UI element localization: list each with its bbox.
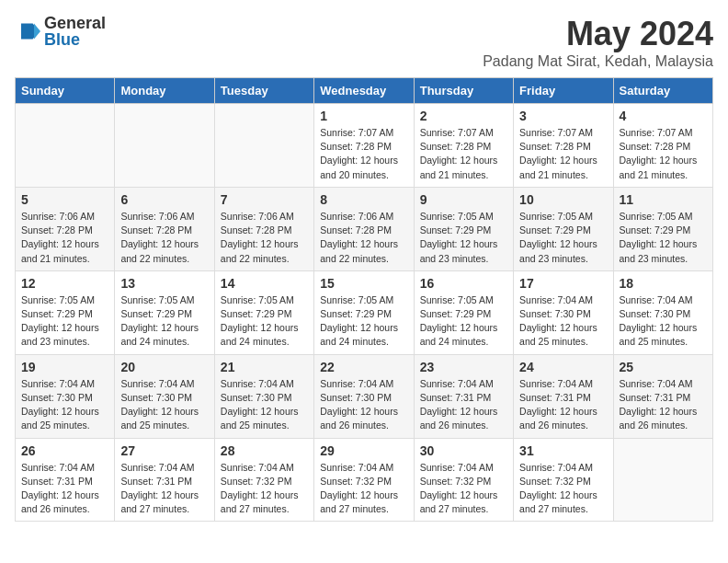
day-number: 21 <box>221 360 308 374</box>
day-info: Sunrise: 7:05 AMSunset: 7:29 PMDaylight:… <box>120 293 208 350</box>
calendar-cell <box>613 438 712 522</box>
day-info: Sunrise: 7:05 AMSunset: 7:29 PMDaylight:… <box>620 210 707 266</box>
day-number: 17 <box>519 276 607 291</box>
calendar-cell: 6Sunrise: 7:06 AMSunset: 7:28 PMDaylight… <box>115 187 214 270</box>
day-info: Sunrise: 7:04 AMSunset: 7:32 PMDaylight:… <box>519 461 607 517</box>
calendar-cell: 22Sunrise: 7:04 AMSunset: 7:30 PMDayligh… <box>314 354 414 438</box>
day-info: Sunrise: 7:04 AMSunset: 7:30 PMDaylight:… <box>320 377 407 433</box>
day-number: 16 <box>420 276 507 291</box>
day-number: 5 <box>21 192 108 207</box>
header-saturday: Saturday <box>613 78 712 104</box>
calendar-cell: 31Sunrise: 7:04 AMSunset: 7:32 PMDayligh… <box>514 438 613 522</box>
day-info: Sunrise: 7:07 AMSunset: 7:28 PMDaylight:… <box>620 126 707 182</box>
calendar-cell: 19Sunrise: 7:04 AMSunset: 7:30 PMDayligh… <box>16 354 115 438</box>
day-number: 13 <box>120 276 208 291</box>
calendar-cell <box>16 104 115 188</box>
day-number: 8 <box>320 192 407 207</box>
calendar-body: 1Sunrise: 7:07 AMSunset: 7:28 PMDaylight… <box>16 104 713 522</box>
header-friday: Friday <box>514 78 613 104</box>
day-number: 3 <box>519 109 607 123</box>
calendar-cell: 15Sunrise: 7:05 AMSunset: 7:29 PMDayligh… <box>314 270 414 354</box>
day-info: Sunrise: 7:04 AMSunset: 7:31 PMDaylight:… <box>519 377 607 433</box>
day-number: 6 <box>120 192 208 207</box>
calendar-cell: 4Sunrise: 7:07 AMSunset: 7:28 PMDaylight… <box>613 104 712 188</box>
day-info: Sunrise: 7:05 AMSunset: 7:29 PMDaylight:… <box>21 293 108 350</box>
day-info: Sunrise: 7:04 AMSunset: 7:30 PMDaylight:… <box>21 377 108 433</box>
day-number: 7 <box>221 192 308 207</box>
day-number: 1 <box>320 109 407 123</box>
calendar-table: SundayMondayTuesdayWednesdayThursdayFrid… <box>15 77 713 522</box>
calendar-cell: 14Sunrise: 7:05 AMSunset: 7:29 PMDayligh… <box>214 270 313 354</box>
day-info: Sunrise: 7:05 AMSunset: 7:29 PMDaylight:… <box>420 293 507 350</box>
day-number: 28 <box>221 443 308 458</box>
calendar-cell: 25Sunrise: 7:04 AMSunset: 7:31 PMDayligh… <box>613 354 712 438</box>
day-info: Sunrise: 7:04 AMSunset: 7:30 PMDaylight:… <box>519 293 607 350</box>
calendar-week-5: 26Sunrise: 7:04 AMSunset: 7:31 PMDayligh… <box>16 438 713 522</box>
calendar-cell: 27Sunrise: 7:04 AMSunset: 7:31 PMDayligh… <box>115 438 214 522</box>
day-number: 20 <box>120 360 208 374</box>
calendar-week-3: 12Sunrise: 7:05 AMSunset: 7:29 PMDayligh… <box>16 270 713 354</box>
page-header: General Blue May 2024 Padang Mat Sirat, … <box>15 15 713 70</box>
calendar-week-1: 1Sunrise: 7:07 AMSunset: 7:28 PMDaylight… <box>16 104 713 188</box>
header-tuesday: Tuesday <box>214 78 313 104</box>
day-info: Sunrise: 7:04 AMSunset: 7:31 PMDaylight:… <box>420 377 507 433</box>
logo: General Blue <box>15 15 106 48</box>
logo-icon <box>15 18 40 44</box>
logo-general: General <box>44 15 106 31</box>
calendar-cell: 28Sunrise: 7:04 AMSunset: 7:32 PMDayligh… <box>214 438 313 522</box>
calendar-cell: 1Sunrise: 7:07 AMSunset: 7:28 PMDaylight… <box>314 104 414 188</box>
day-info: Sunrise: 7:06 AMSunset: 7:28 PMDaylight:… <box>320 210 407 266</box>
day-info: Sunrise: 7:04 AMSunset: 7:32 PMDaylight:… <box>320 461 407 517</box>
calendar-cell: 5Sunrise: 7:06 AMSunset: 7:28 PMDaylight… <box>16 187 115 270</box>
day-number: 9 <box>420 192 507 207</box>
calendar-header-row: SundayMondayTuesdayWednesdayThursdayFrid… <box>16 78 713 104</box>
calendar-cell: 20Sunrise: 7:04 AMSunset: 7:30 PMDayligh… <box>115 354 214 438</box>
header-wednesday: Wednesday <box>314 78 414 104</box>
day-number: 26 <box>21 443 108 458</box>
day-info: Sunrise: 7:04 AMSunset: 7:32 PMDaylight:… <box>221 461 308 517</box>
day-info: Sunrise: 7:04 AMSunset: 7:30 PMDaylight:… <box>221 377 308 433</box>
day-info: Sunrise: 7:04 AMSunset: 7:31 PMDaylight:… <box>21 461 108 517</box>
day-info: Sunrise: 7:05 AMSunset: 7:29 PMDaylight:… <box>420 210 507 266</box>
calendar-cell: 12Sunrise: 7:05 AMSunset: 7:29 PMDayligh… <box>16 270 115 354</box>
day-info: Sunrise: 7:04 AMSunset: 7:31 PMDaylight:… <box>620 377 707 433</box>
calendar-cell: 16Sunrise: 7:05 AMSunset: 7:29 PMDayligh… <box>414 270 513 354</box>
day-info: Sunrise: 7:07 AMSunset: 7:28 PMDaylight:… <box>420 126 507 182</box>
day-number: 11 <box>620 192 707 207</box>
title-block: May 2024 Padang Mat Sirat, Kedah, Malays… <box>483 15 713 70</box>
day-number: 27 <box>120 443 208 458</box>
day-number: 19 <box>21 360 108 374</box>
calendar-week-4: 19Sunrise: 7:04 AMSunset: 7:30 PMDayligh… <box>16 354 713 438</box>
day-number: 30 <box>420 443 507 458</box>
calendar-cell: 29Sunrise: 7:04 AMSunset: 7:32 PMDayligh… <box>314 438 414 522</box>
day-info: Sunrise: 7:06 AMSunset: 7:28 PMDaylight:… <box>120 210 208 266</box>
calendar-cell <box>115 104 214 188</box>
day-info: Sunrise: 7:04 AMSunset: 7:31 PMDaylight:… <box>120 461 208 517</box>
calendar-cell: 3Sunrise: 7:07 AMSunset: 7:28 PMDaylight… <box>514 104 613 188</box>
day-number: 24 <box>519 360 607 374</box>
day-info: Sunrise: 7:07 AMSunset: 7:28 PMDaylight:… <box>320 126 407 182</box>
calendar-cell: 11Sunrise: 7:05 AMSunset: 7:29 PMDayligh… <box>613 187 712 270</box>
calendar-cell: 8Sunrise: 7:06 AMSunset: 7:28 PMDaylight… <box>314 187 414 270</box>
calendar-cell <box>214 104 313 188</box>
calendar-cell: 18Sunrise: 7:04 AMSunset: 7:30 PMDayligh… <box>613 270 712 354</box>
logo-text: General Blue <box>44 15 106 48</box>
day-info: Sunrise: 7:04 AMSunset: 7:32 PMDaylight:… <box>420 461 507 517</box>
header-monday: Monday <box>115 78 214 104</box>
day-number: 10 <box>519 192 607 207</box>
day-number: 18 <box>620 276 707 291</box>
day-info: Sunrise: 7:05 AMSunset: 7:29 PMDaylight:… <box>519 210 607 266</box>
day-number: 25 <box>620 360 707 374</box>
calendar-cell: 9Sunrise: 7:05 AMSunset: 7:29 PMDaylight… <box>414 187 513 270</box>
calendar-cell: 21Sunrise: 7:04 AMSunset: 7:30 PMDayligh… <box>214 354 313 438</box>
day-number: 15 <box>320 276 407 291</box>
day-number: 29 <box>320 443 407 458</box>
svg-marker-1 <box>34 24 40 40</box>
day-info: Sunrise: 7:07 AMSunset: 7:28 PMDaylight:… <box>519 126 607 182</box>
logo-blue: Blue <box>44 31 106 48</box>
month-title: May 2024 <box>483 15 713 53</box>
location-title: Padang Mat Sirat, Kedah, Malaysia <box>483 53 713 70</box>
day-info: Sunrise: 7:04 AMSunset: 7:30 PMDaylight:… <box>120 377 208 433</box>
calendar-cell: 10Sunrise: 7:05 AMSunset: 7:29 PMDayligh… <box>514 187 613 270</box>
calendar-cell: 30Sunrise: 7:04 AMSunset: 7:32 PMDayligh… <box>414 438 513 522</box>
